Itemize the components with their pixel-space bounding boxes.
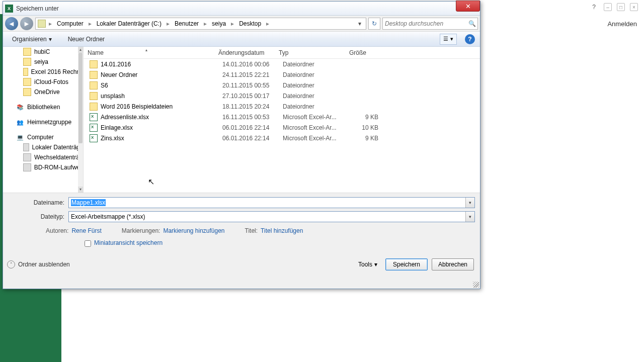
forward-button[interactable]: ►	[20, 17, 33, 30]
file-name: Adressenliste.xlsx	[101, 114, 222, 121]
organize-button[interactable]: Organisieren▾	[8, 34, 56, 44]
bg-minimize-icon[interactable]: –	[604, 3, 612, 11]
tree-item[interactable]: iCloud-Fotos	[3, 77, 83, 87]
chevron-up-icon: ˄	[7, 260, 15, 268]
chevron-right-icon[interactable]: ▸	[47, 20, 54, 27]
tree-item[interactable]: 👥Heimnetzgruppe	[3, 117, 83, 127]
file-row[interactable]: Zins.xlsx06.01.2016 22:14Microsoft Excel…	[84, 133, 480, 143]
folder-icon	[90, 92, 98, 100]
file-type: Microsoft Excel-Ar...	[283, 124, 343, 131]
search-icon[interactable]: 🔍	[468, 20, 475, 27]
file-row[interactable]: Einlage.xlsx06.01.2016 22:14Microsoft Ex…	[84, 122, 480, 133]
file-size: 10 KB	[343, 124, 378, 131]
tags-value[interactable]: Markierung hinzufügen	[163, 227, 224, 234]
back-button[interactable]: ◄	[5, 17, 18, 30]
drive-icon	[23, 153, 31, 161]
chevron-right-icon[interactable]: ▸	[202, 20, 209, 27]
file-row[interactable]: Neuer Ordner24.11.2015 22:21Dateiordner	[84, 69, 480, 80]
sort-indicator-icon: ▴	[145, 48, 147, 52]
help-icon[interactable]: ?	[592, 4, 596, 11]
search-input[interactable]	[385, 20, 468, 27]
tree-item[interactable]: hubiC	[3, 47, 83, 57]
dialog-footer: ˄ Ordner ausblenden Tools ▾ Speichern Ab…	[3, 254, 480, 276]
resize-grip[interactable]	[473, 282, 479, 288]
excel-icon	[90, 124, 98, 132]
bg-close-icon[interactable]: ×	[630, 3, 638, 11]
tree-item-label: Heimnetzgruppe	[27, 119, 71, 126]
breadcrumb-seg[interactable]: Lokaler Datenträger (C:)	[95, 19, 164, 28]
tools-button[interactable]: Tools ▾	[354, 259, 381, 270]
filetype-dropdown[interactable]: ▾	[465, 212, 474, 222]
cancel-button[interactable]: Abbrechen	[432, 258, 474, 270]
titlebar[interactable]: X Speichern unter ✕	[3, 2, 480, 16]
col-size[interactable]: Größe	[335, 49, 370, 56]
tree-item[interactable]: Lokaler Datenträg	[3, 142, 83, 152]
chevron-right-icon[interactable]: ▸	[264, 20, 271, 27]
tree-item-label: BD-ROM-Laufwe	[34, 164, 80, 171]
breadcrumb-dropdown[interactable]: ▾	[356, 20, 364, 27]
col-type[interactable]: Typ	[275, 49, 335, 56]
filetype-label: Dateityp:	[8, 213, 68, 220]
breadcrumb-seg[interactable]: Desktop	[237, 19, 263, 28]
tree-item[interactable]: Wechseldatenträ	[3, 152, 83, 162]
save-button[interactable]: Speichern	[385, 258, 428, 270]
close-button[interactable]: ✕	[456, 1, 480, 12]
chevron-right-icon[interactable]: ▸	[165, 20, 172, 27]
file-row[interactable]: S620.11.2015 00:55Dateiordner	[84, 80, 480, 90]
file-size: 9 KB	[343, 135, 378, 142]
file-row[interactable]: 14.01.201614.01.2016 00:06Dateiordner	[84, 59, 480, 69]
file-row[interactable]: Adressenliste.xlsx16.11.2015 00:53Micros…	[84, 112, 480, 122]
thumbnail-label[interactable]: Miniaturansicht speichern	[94, 239, 163, 247]
filename-dropdown[interactable]: ▾	[465, 198, 474, 208]
file-name: unsplash	[101, 93, 222, 100]
title-label: Titel:	[245, 227, 258, 234]
filetype-select[interactable]: Excel-Arbeitsmappe (*.xlsx)	[68, 211, 475, 222]
folder-tree[interactable]: hubiCseiyaExcel 2016 RechniCloud-FotosOn…	[3, 47, 84, 193]
tree-item[interactable]: 💻Computer	[3, 132, 83, 142]
authors-label: Autoren:	[46, 227, 68, 234]
breadcrumb-seg[interactable]: Computer	[55, 19, 86, 28]
thumbnail-checkbox[interactable]	[85, 240, 91, 247]
login-link[interactable]: Anmelden	[607, 20, 637, 28]
tree-item[interactable]: Excel 2016 Rechn	[3, 67, 83, 77]
breadcrumb-seg[interactable]: seiya	[210, 19, 228, 28]
tree-item-label: hubiC	[34, 48, 50, 55]
tree-scrollbar[interactable]: ▴ ▾	[78, 47, 83, 193]
view-button[interactable]: ☰ ▾	[440, 34, 457, 45]
file-size: 9 KB	[343, 114, 378, 121]
tree-item-label: seiya	[34, 58, 48, 65]
folder-icon	[90, 60, 98, 68]
drive-icon	[23, 163, 31, 171]
col-name[interactable]: Name▴	[84, 49, 214, 56]
tree-item[interactable]: BD-ROM-Laufwe	[3, 162, 83, 172]
file-date: 27.10.2015 00:17	[222, 93, 283, 100]
title-value[interactable]: Titel hinzufügen	[261, 227, 303, 234]
file-row[interactable]: Word 2016 Beispieldateien18.11.2015 20:2…	[84, 101, 480, 112]
tree-item[interactable]: OneDrive	[3, 87, 83, 97]
search-box[interactable]: 🔍	[382, 18, 478, 30]
file-row[interactable]: unsplash27.10.2015 00:17Dateiordner	[84, 90, 480, 101]
excel-icon	[90, 113, 98, 121]
help-button[interactable]: ?	[465, 34, 475, 44]
new-folder-button[interactable]: Neuer Ordner	[64, 34, 109, 44]
scroll-thumb[interactable]	[78, 53, 83, 143]
file-name: S6	[101, 82, 222, 89]
chevron-right-icon[interactable]: ▸	[229, 20, 236, 27]
filename-input[interactable]: Mappe1.xlsx	[68, 197, 475, 208]
col-date[interactable]: Änderungsdatum	[214, 49, 275, 56]
breadcrumb[interactable]: ▸ Computer ▸ Lokaler Datenträger (C:) ▸ …	[35, 18, 366, 30]
tree-item[interactable]: seiya	[3, 57, 83, 67]
chevron-right-icon[interactable]: ▸	[87, 20, 94, 27]
authors-value[interactable]: Rene Fürst	[71, 227, 101, 234]
tree-item[interactable]: 📚Bibliotheken	[3, 102, 83, 112]
file-list: Name▴ Änderungsdatum Typ Größe 14.01.201…	[84, 47, 480, 193]
scroll-up-icon[interactable]: ▴	[78, 47, 83, 53]
folder-icon	[38, 20, 46, 28]
scroll-down-icon[interactable]: ▾	[78, 187, 83, 193]
bg-maximize-icon[interactable]: □	[617, 3, 625, 11]
breadcrumb-seg[interactable]: Benutzer	[173, 19, 201, 28]
hide-folders-button[interactable]: ˄ Ordner ausblenden	[7, 260, 70, 268]
excel-icon: X	[5, 5, 13, 13]
folder-icon	[23, 58, 31, 66]
refresh-button[interactable]: ↻	[368, 18, 380, 30]
